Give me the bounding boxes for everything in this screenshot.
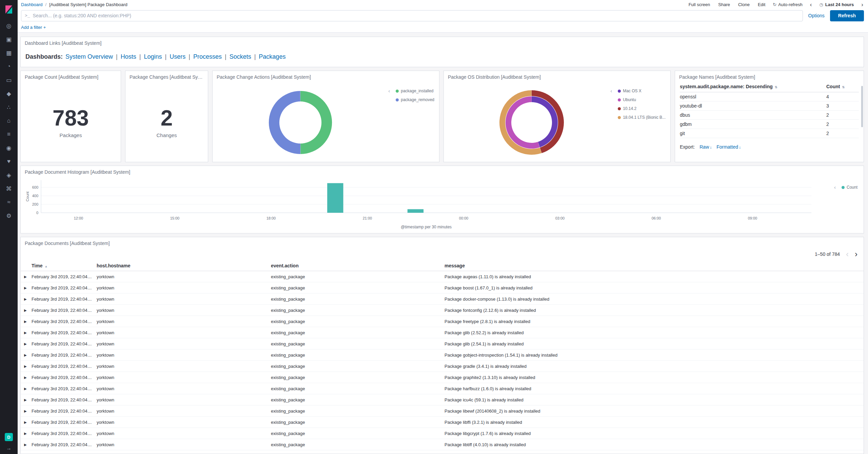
row-expand-caret[interactable]: ▶ bbox=[24, 432, 32, 435]
column-header-message[interactable]: message bbox=[445, 263, 864, 268]
row-expand-caret[interactable]: ▶ bbox=[24, 320, 32, 323]
toolbar-edit-button[interactable]: Edit bbox=[758, 2, 765, 7]
histogram-bar-20:00[interactable] bbox=[327, 183, 343, 213]
row-expand-caret[interactable]: ▶ bbox=[24, 353, 32, 357]
package-name-cell[interactable]: youtube-dl bbox=[680, 103, 826, 109]
nav-collapse-icon[interactable]: → bbox=[0, 445, 18, 453]
column-header-count[interactable]: Count⇅ bbox=[826, 84, 859, 89]
row-expand-caret[interactable]: ▶ bbox=[24, 297, 32, 301]
refresh-button[interactable]: Refresh bbox=[830, 10, 864, 21]
dashboard-link-packages[interactable]: Packages bbox=[259, 53, 285, 60]
machine-learning-icon[interactable]: ∴ bbox=[0, 100, 18, 114]
dashboard-icon[interactable]: ▦ bbox=[0, 46, 18, 60]
package-name-cell[interactable]: dbus bbox=[680, 112, 826, 118]
column-header-time[interactable]: Time▲ bbox=[32, 263, 97, 268]
logs-icon[interactable]: ≡ bbox=[0, 128, 18, 141]
table-row: ▶February 3rd 2019, 22:40:04.121yorktown… bbox=[21, 349, 864, 361]
legend-item-10-14-2[interactable]: 10.14.2 bbox=[618, 106, 666, 111]
row-expand-caret[interactable]: ▶ bbox=[24, 376, 32, 379]
histogram-bar-22:30[interactable] bbox=[408, 209, 423, 213]
legend-item-package-removed[interactable]: package_removed bbox=[396, 97, 434, 102]
toolbar-full-screen-button[interactable]: Full screen bbox=[689, 2, 710, 7]
dashboard-link-users[interactable]: Users bbox=[170, 53, 185, 60]
change-actions-slice-package-installed[interactable] bbox=[300, 91, 332, 154]
package-changes-value: 2 bbox=[161, 107, 173, 129]
legend-item-mac-os-x[interactable]: Mac OS X bbox=[618, 89, 666, 93]
cell-time: February 3rd 2019, 22:40:04.121 bbox=[32, 364, 97, 369]
row-expand-caret[interactable]: ▶ bbox=[24, 308, 32, 312]
infrastructure-icon[interactable]: ⌂ bbox=[0, 114, 18, 128]
row-expand-caret[interactable]: ▶ bbox=[24, 443, 32, 447]
management-icon[interactable]: ⚙ bbox=[0, 209, 18, 223]
row-expand-caret[interactable]: ▶ bbox=[24, 286, 32, 290]
row-expand-caret[interactable]: ▶ bbox=[24, 387, 32, 391]
siem-icon[interactable]: ◈ bbox=[0, 168, 18, 182]
search-input[interactable] bbox=[33, 13, 799, 18]
row-expand-caret[interactable]: ▶ bbox=[24, 409, 32, 413]
dashboard-link-sockets[interactable]: Sockets bbox=[230, 53, 251, 60]
metric-package-changes: 2 Changes bbox=[125, 83, 208, 162]
pagination-prev-button[interactable]: ‹ bbox=[846, 250, 849, 258]
row-expand-caret[interactable]: ▶ bbox=[24, 398, 32, 402]
apm-icon[interactable]: ◉ bbox=[0, 141, 18, 155]
export-raw-link[interactable]: Raw↓ bbox=[699, 144, 712, 150]
options-link[interactable]: Options bbox=[808, 13, 825, 18]
time-picker[interactable]: ◷ Last 24 hours bbox=[819, 2, 854, 7]
column-header-host-hostname[interactable]: host.hostname bbox=[97, 263, 271, 268]
timelion-icon[interactable]: ◔ bbox=[0, 60, 18, 73]
package-name-row: youtube-dl3 bbox=[680, 101, 859, 111]
refresh-cycle-icon: ↻ bbox=[773, 2, 776, 7]
maps-icon[interactable]: ◆ bbox=[0, 87, 18, 100]
row-expand-caret[interactable]: ▶ bbox=[24, 275, 32, 279]
space-avatar[interactable]: D bbox=[5, 433, 13, 441]
export-formatted-link[interactable]: Formatted↓ bbox=[716, 144, 741, 150]
time-prev-button[interactable]: ‹ bbox=[810, 2, 812, 7]
visualize-icon[interactable]: ▣ bbox=[0, 33, 18, 46]
dashboard-link-hosts[interactable]: Hosts bbox=[121, 53, 136, 60]
cell-time: February 3rd 2019, 22:40:04.121 bbox=[32, 353, 97, 358]
svg-text:15:00: 15:00 bbox=[170, 216, 180, 220]
dev-tools-icon[interactable]: ⌘ bbox=[0, 182, 18, 195]
discover-icon[interactable]: ◎ bbox=[0, 19, 18, 33]
row-expand-caret[interactable]: ▶ bbox=[24, 331, 32, 335]
column-header-package-name[interactable]: system.audit.package.name: Descending⇅ bbox=[680, 84, 826, 89]
legend-item-count[interactable]: Count bbox=[842, 185, 857, 190]
panel-scrollbar[interactable] bbox=[861, 86, 863, 127]
toolbar-share-button[interactable]: Share bbox=[718, 2, 730, 7]
legend-collapse-icon[interactable]: ‹ bbox=[610, 88, 612, 94]
cell-time: February 3rd 2019, 22:40:04.121 bbox=[32, 409, 97, 414]
auto-refresh-button[interactable]: ↻ Auto-refresh bbox=[773, 2, 802, 7]
add-filter-link[interactable]: Add a filter + bbox=[21, 25, 46, 30]
breadcrumb-dashboard-link[interactable]: Dashboard bbox=[21, 2, 43, 7]
package-names-header: system.audit.package.name: Descending⇅ C… bbox=[680, 84, 859, 92]
row-expand-caret[interactable]: ▶ bbox=[24, 342, 32, 346]
cell-action: existing_package bbox=[271, 319, 445, 324]
panel-document-histogram: Package Document Histogram [Auditbeat Sy… bbox=[20, 166, 864, 233]
package-name-cell[interactable]: gdbm bbox=[680, 121, 826, 127]
change-actions-slice-package-removed[interactable] bbox=[269, 91, 300, 154]
canvas-icon[interactable]: ▭ bbox=[0, 73, 18, 87]
legend-collapse-icon[interactable]: ‹ bbox=[388, 88, 390, 94]
legend-item-ubuntu[interactable]: Ubuntu bbox=[618, 97, 666, 102]
kibana-logo[interactable] bbox=[0, 0, 18, 19]
dashboard-link-processes[interactable]: Processes bbox=[193, 53, 222, 60]
dashboard-link-logins[interactable]: Logins bbox=[144, 53, 162, 60]
table-row: ▶February 3rd 2019, 22:40:04.121yorktown… bbox=[21, 450, 864, 454]
row-expand-caret[interactable]: ▶ bbox=[24, 420, 32, 424]
dashboard-link-system-overview[interactable]: System Overview bbox=[65, 53, 113, 60]
toolbar-clone-button[interactable]: Clone bbox=[738, 2, 750, 7]
legend-item-18-04-1-lts-bionic-b[interactable]: 18.04.1 LTS (Bionic B... bbox=[618, 115, 666, 120]
package-name-cell[interactable]: git bbox=[680, 131, 826, 136]
package-name-cell[interactable]: openssl bbox=[680, 94, 826, 99]
time-next-button[interactable]: › bbox=[861, 2, 863, 7]
svg-text:0: 0 bbox=[36, 211, 38, 215]
cell-time: February 3rd 2019, 22:40:04.121 bbox=[32, 297, 97, 302]
column-header-event-action[interactable]: event.action bbox=[271, 263, 445, 268]
row-expand-caret[interactable]: ▶ bbox=[24, 364, 32, 368]
link-separator: | bbox=[189, 53, 190, 60]
uptime-icon[interactable]: ♥ bbox=[0, 155, 18, 168]
monitoring-icon[interactable]: ≈ bbox=[0, 195, 18, 209]
legend-item-package-installed[interactable]: package_installed bbox=[396, 89, 434, 93]
pagination-next-button[interactable]: › bbox=[855, 250, 857, 258]
legend-collapse-icon[interactable]: ‹ bbox=[834, 184, 836, 190]
